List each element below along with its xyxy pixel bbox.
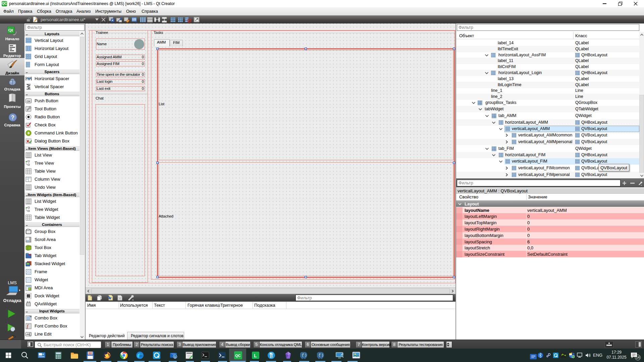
svg-text:Qt: Qt bbox=[8, 27, 13, 33]
svg-text:QC: QC bbox=[235, 354, 241, 358]
svg-text:b: b bbox=[174, 355, 176, 359]
svg-text:AB: AB bbox=[26, 333, 30, 336]
svg-text:123: 123 bbox=[132, 18, 136, 20]
svg-text:?: ? bbox=[11, 115, 14, 120]
svg-text:OK: OK bbox=[27, 100, 31, 103]
svg-text:L: L bbox=[254, 353, 257, 358]
